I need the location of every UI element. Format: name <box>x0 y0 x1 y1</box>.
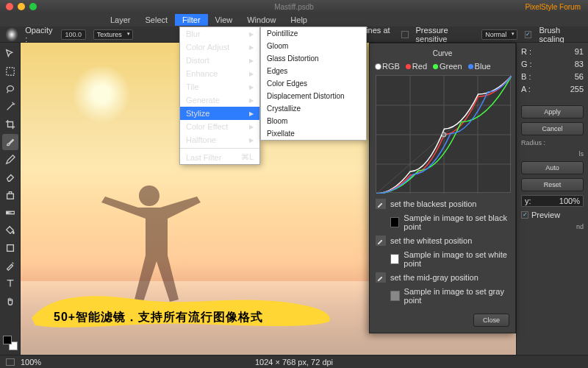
image-dimensions: 1024 × 768 px, 72 dpi <box>255 358 333 367</box>
pressure-checkbox[interactable] <box>401 31 408 38</box>
menu-window[interactable]: Window <box>240 14 283 26</box>
filter-stylize[interactable]: Stylize▶ <box>180 107 259 120</box>
gray-swatch[interactable] <box>390 291 400 301</box>
stylize-submenu: Pointillize Gloom Glass Distortion Edges… <box>260 26 367 141</box>
auto-button[interactable]: Auto <box>521 161 584 174</box>
gray-point-sub: Sample in image to set gray point <box>376 287 509 305</box>
curve-panel: Curve RGB Red Green Blue set the blackes… <box>369 43 516 333</box>
filter-color-adjust[interactable]: Color Adjust▶ <box>180 40 259 54</box>
textures-select[interactable]: Textures <box>93 29 133 40</box>
zoom-level[interactable]: 100% <box>21 358 41 367</box>
eyedropper-black-icon[interactable] <box>376 199 386 209</box>
black-point-sub: Sample in image to set black point <box>376 213 509 231</box>
info-g: G :83 <box>521 60 584 68</box>
reset-button[interactable]: Reset <box>521 178 584 191</box>
info-b: B :56 <box>521 72 584 81</box>
radius-label: Radius : <box>521 139 584 146</box>
promo-slogan: 50+智能滤镜．支持所有流行图像格式 <box>54 310 263 325</box>
layer-opacity-select[interactable]: y:100% <box>521 195 584 207</box>
svg-rect-3 <box>6 211 14 214</box>
gray-point-row: set the mid-gray position <box>376 272 509 283</box>
zoom-icon[interactable] <box>29 3 37 10</box>
forum-link[interactable]: PixelStyle Forum <box>525 3 581 11</box>
lasso-tool[interactable] <box>2 81 18 97</box>
filter-last: Last Filter⌘L <box>180 150 259 164</box>
brush-scaling-label: Brush scaling <box>539 26 582 43</box>
foreground-color-swatch[interactable] <box>3 336 12 344</box>
stylize-pixellate[interactable]: Pixellate <box>261 127 366 140</box>
move-tool[interactable] <box>2 46 18 62</box>
opacity-label: Opacity : <box>25 26 54 43</box>
menu-help[interactable]: Help <box>283 14 315 26</box>
brush-preview-icon[interactable] <box>6 28 18 41</box>
cancel-button[interactable]: Cancel <box>521 122 584 135</box>
eraser-tool[interactable] <box>2 169 18 185</box>
curve-channels: RGB Red Green Blue <box>376 62 509 71</box>
svg-rect-0 <box>6 68 14 76</box>
filter-tile[interactable]: Tile▶ <box>180 80 259 93</box>
menu-filter[interactable]: Filter <box>175 14 207 26</box>
color-swatches[interactable] <box>3 336 18 350</box>
panel-tab-ls[interactable]: ls <box>521 150 584 158</box>
preview-checkbox-row[interactable]: Preview <box>521 210 584 219</box>
stylize-edges[interactable]: Edges <box>261 65 366 77</box>
toolstrip <box>0 43 21 355</box>
menu-view[interactable]: View <box>208 14 240 26</box>
eyedropper-tool[interactable] <box>2 258 18 274</box>
filter-generate[interactable]: Generate▶ <box>180 93 259 107</box>
stylize-glass-distortion[interactable]: Glass Distortion <box>261 52 366 65</box>
filter-blur[interactable]: Blur▶ <box>180 27 259 40</box>
menu-select[interactable]: Select <box>138 14 176 26</box>
filter-halftone[interactable]: Halftone▶ <box>180 133 259 146</box>
close-button[interactable]: Close <box>473 314 509 327</box>
opacity-input[interactable]: 100.0 <box>61 29 86 40</box>
nav-box-icon[interactable] <box>6 358 15 366</box>
marquee-tool[interactable] <box>2 63 18 79</box>
curve-graph[interactable] <box>376 75 511 193</box>
curve-title: Curve <box>376 49 509 57</box>
channel-red[interactable]: Red <box>406 62 427 71</box>
brush-scaling-checkbox[interactable] <box>525 31 531 38</box>
channel-blue[interactable]: Blue <box>468 62 491 71</box>
wand-tool[interactable] <box>2 99 18 115</box>
statusbar: 100% 1024 × 768 px, 72 dpi <box>0 355 588 368</box>
stylize-gloom[interactable]: Gloom <box>261 40 366 52</box>
stylize-crystallize[interactable]: Crystallize <box>261 102 366 115</box>
filter-color-effect[interactable]: Color Effect▶ <box>180 120 259 133</box>
apply-button[interactable]: Apply <box>521 105 584 118</box>
stylize-color-edges[interactable]: Color Edges <box>261 77 366 90</box>
clone-tool[interactable] <box>2 187 18 203</box>
titlebar: Mastiff.psdb PixelStyle Forum <box>0 0 588 13</box>
svg-point-12 <box>442 132 446 137</box>
filter-distort[interactable]: Distort▶ <box>180 54 259 67</box>
pencil-tool[interactable] <box>2 152 18 168</box>
channel-green[interactable]: Green <box>433 62 462 71</box>
black-swatch[interactable] <box>390 217 399 227</box>
white-point-row: set the whitest position <box>376 236 509 246</box>
bucket-tool[interactable] <box>2 222 18 238</box>
hand-tool[interactable] <box>2 293 18 309</box>
stylize-bloom[interactable]: Bloom <box>261 115 366 127</box>
filter-enhance[interactable]: Enhance▶ <box>180 67 259 80</box>
panel-tab-nd[interactable]: nd <box>521 223 584 230</box>
shape-tool[interactable] <box>2 240 18 256</box>
close-icon[interactable] <box>6 3 13 10</box>
crop-tool[interactable] <box>2 116 18 132</box>
preview-checkbox[interactable] <box>521 211 528 219</box>
blend-mode-select[interactable]: Normal <box>481 29 517 40</box>
white-swatch[interactable] <box>390 254 399 264</box>
info-r: R :91 <box>521 47 584 56</box>
channel-rgb[interactable]: RGB <box>376 62 400 71</box>
menu-layer[interactable]: Layer <box>103 14 138 26</box>
stylize-displacement[interactable]: Displacement Distortion <box>261 90 366 102</box>
black-point-row: set the blackest position <box>376 199 509 209</box>
gradient-tool[interactable] <box>2 205 18 221</box>
eyedropper-gray-icon[interactable] <box>376 272 386 283</box>
stylize-pointillize[interactable]: Pointillize <box>261 27 366 40</box>
text-tool[interactable] <box>2 275 18 291</box>
pressure-label: Pressure sensitive <box>416 26 475 43</box>
minimize-icon[interactable] <box>18 3 25 10</box>
white-point-sub: Sample in image to set white point <box>376 250 509 268</box>
brush-tool[interactable] <box>2 134 18 150</box>
eyedropper-white-icon[interactable] <box>376 236 386 246</box>
